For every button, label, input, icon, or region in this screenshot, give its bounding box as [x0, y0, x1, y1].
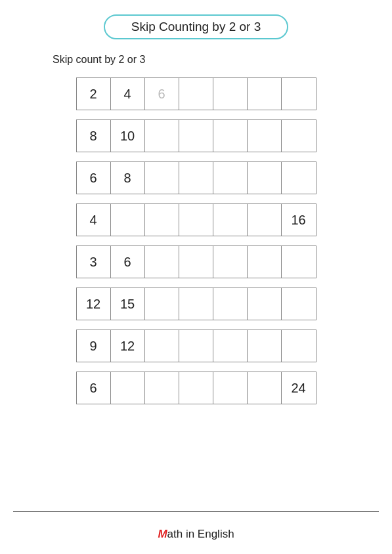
cell: [282, 162, 316, 194]
cell: [111, 372, 145, 404]
cell: 8: [77, 120, 111, 152]
number-row: 36: [76, 245, 316, 278]
cell: [145, 162, 179, 194]
cell: 2: [77, 78, 111, 110]
cell: [213, 330, 248, 362]
cell: 12: [111, 330, 145, 362]
cell: [145, 120, 179, 152]
number-row: 1215: [76, 288, 316, 320]
cell: [282, 246, 316, 278]
cell: [213, 372, 248, 404]
cell: [282, 330, 316, 362]
cell: 9: [77, 330, 111, 362]
number-row: 810: [76, 119, 316, 152]
cell: [179, 162, 213, 194]
page-title: Skip Counting by 2 or 3: [131, 20, 261, 33]
cell: [179, 288, 213, 320]
footer: Math in English: [13, 511, 379, 541]
cell: [145, 204, 179, 236]
cell: [248, 372, 282, 404]
cell: [213, 78, 248, 110]
cell: [213, 246, 248, 278]
footer-brand-m: M: [158, 528, 167, 541]
cell: [145, 330, 179, 362]
cell: [179, 246, 213, 278]
cell: [248, 204, 282, 236]
cell: 6: [77, 372, 111, 404]
cell: [213, 120, 248, 152]
cell: [213, 204, 248, 236]
cell: [248, 246, 282, 278]
cell: 6: [77, 162, 111, 194]
subtitle: Skip count by 2 or 3: [53, 54, 145, 66]
cell: [248, 288, 282, 320]
cell: [179, 78, 213, 110]
cell: 12: [77, 288, 111, 320]
cell: [282, 288, 316, 320]
number-row: 912: [76, 330, 316, 362]
number-row: 246: [76, 77, 316, 110]
number-rows-container: 246 810 68 4 1636 1215 912 6 24: [13, 77, 379, 404]
cell: 6: [111, 246, 145, 278]
cell: 8: [111, 162, 145, 194]
cell: [213, 288, 248, 320]
cell: [282, 120, 316, 152]
number-row: 6 24: [76, 372, 316, 404]
cell: [248, 162, 282, 194]
footer-brand-rest: ath in English: [167, 528, 234, 541]
cell: [179, 330, 213, 362]
cell: [145, 246, 179, 278]
cell: [179, 120, 213, 152]
cell: 6: [145, 78, 179, 110]
number-row: 4 16: [76, 203, 316, 236]
cell: 24: [282, 372, 316, 404]
number-row: 68: [76, 161, 316, 194]
cell: [282, 78, 316, 110]
cell: [145, 372, 179, 404]
title-box: Skip Counting by 2 or 3: [104, 14, 289, 39]
cell: [248, 330, 282, 362]
cell: [248, 120, 282, 152]
cell: 3: [77, 246, 111, 278]
cell: [179, 372, 213, 404]
cell: [213, 162, 248, 194]
cell: [248, 78, 282, 110]
cell: 10: [111, 120, 145, 152]
cell: 15: [111, 288, 145, 320]
cell: [179, 204, 213, 236]
cell: [145, 288, 179, 320]
cell: 16: [282, 204, 316, 236]
cell: [111, 204, 145, 236]
cell: 4: [77, 204, 111, 236]
cell: 4: [111, 78, 145, 110]
